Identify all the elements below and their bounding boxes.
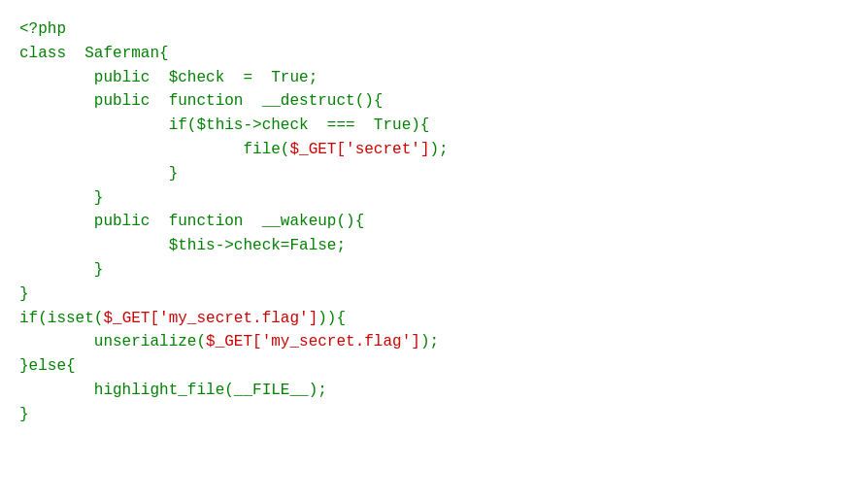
code-line: highlight_file(__FILE__); [19, 379, 849, 403]
code-token: } [19, 189, 103, 207]
code-token: )){ [317, 310, 346, 327]
code-token: } [19, 406, 29, 423]
code-token: public $check = True; [19, 69, 317, 86]
code-token: }else{ [19, 357, 76, 375]
code-token: if(isset( [19, 310, 103, 327]
code-token: } [19, 285, 29, 303]
code-token: unserialize( [19, 333, 206, 350]
code-line: file($_GET['secret']); [19, 138, 849, 162]
code-token: public function __wakeup(){ [19, 213, 364, 230]
code-token: highlight_file(__FILE__); [19, 382, 327, 399]
code-token: $_GET['my_secret.flag'] [103, 310, 317, 327]
code-line: <?php [19, 17, 849, 42]
code-container: <?phpclass Saferman{ public $check = Tru… [0, 0, 868, 445]
code-line: } [19, 258, 849, 283]
code-token: ); [429, 141, 448, 158]
code-token: Saferman{ [84, 45, 168, 62]
code-token: ); [420, 333, 439, 350]
code-line: }else{ [19, 354, 849, 379]
code-line: } [19, 403, 849, 427]
code-token: $_GET['secret'] [289, 141, 429, 158]
code-token: if($this->check === True){ [19, 117, 429, 134]
code-token: file( [19, 141, 289, 158]
code-token: class [19, 45, 66, 62]
code-token [66, 45, 84, 62]
code-line: } [19, 162, 849, 186]
code-line: } [19, 186, 849, 211]
code-line: } [19, 283, 849, 307]
code-line: if(isset($_GET['my_secret.flag'])){ [19, 307, 849, 331]
code-line: public function __wakeup(){ [19, 210, 849, 234]
code-line: class Saferman{ [19, 42, 849, 66]
code-line: $this->check=False; [19, 234, 849, 258]
code-token: public function __destruct(){ [19, 92, 383, 110]
code-line: if($this->check === True){ [19, 114, 849, 138]
code-token: } [19, 165, 178, 183]
code-line: unserialize($_GET['my_secret.flag']); [19, 330, 849, 354]
code-token: <?php [19, 20, 66, 38]
code-token: $_GET['my_secret.flag'] [206, 333, 420, 350]
code-line: public $check = True; [19, 66, 849, 90]
code-token: $this->check=False; [19, 237, 346, 254]
code-line: public function __destruct(){ [19, 89, 849, 114]
code-token: } [19, 261, 103, 279]
